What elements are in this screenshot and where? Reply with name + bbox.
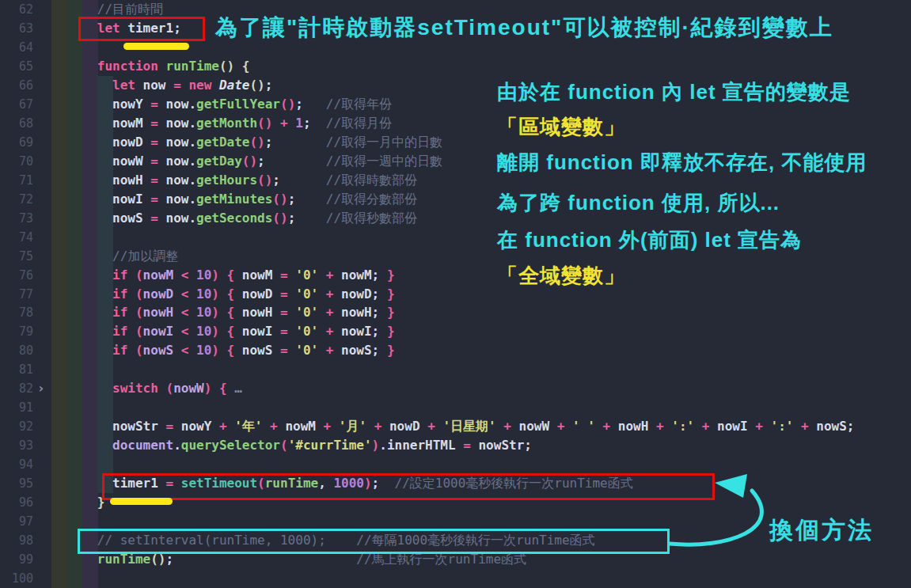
code-text[interactable]: let now = new Date(); — [51, 76, 272, 95]
line-number[interactable]: 66 — [0, 76, 33, 95]
token-s: '0' — [295, 343, 326, 358]
line-number[interactable]: 63 — [0, 19, 33, 38]
token-k: + — [326, 343, 341, 358]
code-text[interactable]: } — [51, 493, 104, 512]
indent-guide-stripe — [82, 398, 98, 417]
code-text[interactable]: // setInterval(runTime, 1000); //每隔1000毫… — [51, 531, 595, 550]
token-w: nowD — [51, 135, 150, 150]
code-text[interactable]: nowStr = nowY + '年' + nowM + '月' + nowD … — [51, 417, 854, 436]
code-text[interactable]: if (nowD < 10) { nowD = '0' + nowD; } — [51, 285, 395, 304]
code-text[interactable]: nowI = now.getMinutes(); //取得分數部份 — [51, 190, 417, 209]
token-k: < — [181, 324, 196, 339]
line-number[interactable]: 99 — [0, 550, 33, 569]
token-g: getMinutes — [196, 192, 272, 207]
line-number[interactable]: 64 — [0, 38, 33, 57]
token-b2: } — [387, 343, 395, 358]
token-s: '0' — [295, 305, 326, 320]
code-text[interactable]: if (nowM < 10) { nowM = '0' + nowM; } — [51, 266, 395, 285]
code-text[interactable]: //目前時間 — [51, 0, 163, 19]
token-k: if — [51, 267, 135, 283]
line-number[interactable]: 74 — [0, 228, 33, 247]
token-w: nowY — [51, 97, 150, 112]
token-v: nowM — [143, 267, 181, 283]
code-text[interactable]: nowH = now.getHours(); //取得時數部份 — [51, 171, 417, 190]
token-w: ; — [303, 116, 326, 131]
line-number[interactable]: 73 — [0, 209, 33, 228]
line-number[interactable]: 72 — [0, 190, 33, 209]
code-text[interactable]: switch (nowW) { … — [51, 379, 242, 398]
code-line-100: 100 — [0, 569, 911, 588]
line-number[interactable]: 75 — [0, 247, 33, 266]
line-number[interactable]: 94 — [0, 455, 33, 474]
line-number[interactable]: 82 — [0, 379, 33, 398]
code-text[interactable]: if (nowI < 10) { nowI = '0' + nowI; } — [51, 322, 395, 341]
line-number[interactable]: 69 — [0, 133, 33, 152]
token-k: + — [219, 419, 234, 434]
token-w: ; — [288, 192, 326, 207]
token-w: nowS — [51, 211, 150, 226]
fold-chevron-icon[interactable]: › — [37, 379, 45, 398]
token-k: < — [181, 343, 196, 358]
token-c: //加以調整 — [51, 248, 178, 264]
token-w — [272, 116, 280, 131]
line-number[interactable]: 98 — [0, 531, 33, 550]
token-g: getMonth — [196, 116, 257, 131]
code-text[interactable]: if (nowH < 10) { nowH = '0' + nowH; } — [51, 303, 395, 322]
token-b2: () — [272, 211, 287, 226]
line-number[interactable]: 70 — [0, 152, 33, 171]
line-number[interactable]: 91 — [0, 398, 33, 417]
line-number[interactable]: 92 — [0, 417, 33, 436]
token-g: runTime — [166, 59, 219, 74]
token-k: + — [755, 419, 770, 434]
line-number[interactable]: 79 — [0, 322, 33, 341]
token-k: function — [51, 59, 166, 74]
code-text[interactable]: nowD = now.getDate(); //取得一月中的日數 — [51, 133, 442, 152]
line-number[interactable]: 76 — [0, 266, 33, 285]
token-b2: () — [249, 135, 264, 150]
token-k: = — [150, 173, 165, 188]
line-number[interactable]: 95 — [0, 474, 33, 493]
line-number[interactable]: 68 — [0, 114, 33, 133]
line-number[interactable]: 96 — [0, 493, 33, 512]
code-text[interactable]: document.querySelector('#currTime').inne… — [51, 436, 532, 455]
token-w: nowM — [285, 419, 323, 434]
code-text[interactable]: nowM = now.getMonth() + 1; //取得月份 — [51, 114, 392, 133]
token-fe: … — [234, 381, 242, 396]
code-line-80: 80 if (nowS < 10) { nowS = '0' + nowS; } — [0, 341, 911, 360]
line-number[interactable]: 77 — [0, 285, 33, 304]
line-number[interactable]: 80 — [0, 341, 33, 360]
token-w: now. — [166, 173, 197, 188]
annotation-note-cyan: 離開 function 即釋放不存在, 不能使用 — [497, 149, 867, 176]
token-g: getFullYear — [196, 97, 280, 112]
line-number[interactable]: 100 — [0, 569, 33, 588]
code-text[interactable]: timer1 = setTimeout(runTime, 1000); //設定… — [51, 474, 633, 493]
code-line-78: 78 if (nowH < 10) { nowH = '0' + nowH; } — [0, 303, 911, 322]
token-b2: ( — [280, 438, 288, 453]
code-text[interactable]: //加以調整 — [51, 247, 178, 266]
token-w: ; — [166, 552, 174, 567]
line-number[interactable]: 62 — [0, 0, 33, 19]
line-number[interactable]: 81 — [0, 360, 33, 379]
code-text[interactable]: nowY = now.getFullYear(); //取得年份 — [51, 95, 392, 114]
token-v: nowI — [143, 324, 181, 339]
token-b2: ) — [364, 476, 372, 491]
indent-guide-stripe — [51, 228, 67, 247]
code-text[interactable]: runTime(); //馬上執行一次runTime函式 — [51, 550, 526, 569]
code-text[interactable]: function runTime() { — [51, 57, 249, 76]
token-k: = — [150, 97, 165, 112]
line-number[interactable]: 71 — [0, 171, 33, 190]
token-b2: } — [387, 267, 395, 283]
code-text[interactable]: let timer1; — [51, 19, 181, 38]
line-number[interactable]: 93 — [0, 436, 33, 455]
token-c: //設定1000毫秒後執行一次runTime函式 — [395, 476, 633, 491]
line-number[interactable]: 67 — [0, 95, 33, 114]
token-w: ; — [265, 78, 273, 93]
code-text[interactable]: nowW = now.getDay(); //取得一週中的日數 — [51, 152, 442, 171]
line-number[interactable]: 97 — [0, 512, 33, 531]
code-text[interactable]: nowS = now.getSeconds(); //取得秒數部份 — [51, 209, 417, 228]
token-b2: ( — [166, 381, 174, 396]
token-w: nowI — [51, 192, 150, 207]
code-text[interactable]: if (nowS < 10) { nowS = '0' + nowS; } — [51, 341, 395, 360]
line-number[interactable]: 78 — [0, 303, 33, 322]
line-number[interactable]: 65 — [0, 57, 33, 76]
